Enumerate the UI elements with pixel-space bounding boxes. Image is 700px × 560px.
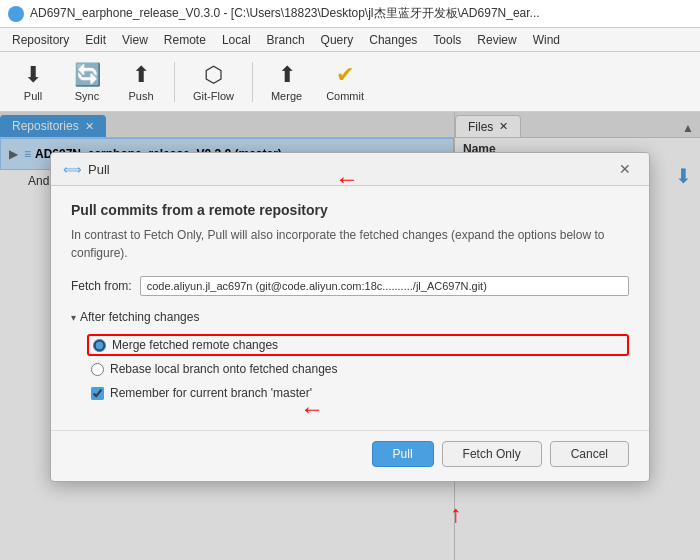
remember-label: Remember for current branch 'master'	[110, 386, 312, 400]
menu-query[interactable]: Query	[313, 31, 362, 49]
menu-changes[interactable]: Changes	[361, 31, 425, 49]
dialog-title: ⟺ Pull	[63, 162, 110, 177]
commit-icon: ✔	[336, 62, 354, 88]
menu-remote[interactable]: Remote	[156, 31, 214, 49]
after-fetching-section-header[interactable]: ▾ After fetching changes	[71, 310, 629, 324]
dialog-pull-icon: ⟺	[63, 162, 82, 177]
title-text: AD697N_earphone_release_V0.3.0 - [C:\Use…	[30, 5, 540, 22]
pull-button-dialog[interactable]: Pull	[372, 441, 434, 467]
menu-branch[interactable]: Branch	[259, 31, 313, 49]
radio-merge-input[interactable]	[93, 339, 106, 352]
gitflow-button[interactable]: ⬡ Git-Flow	[183, 58, 244, 106]
cancel-button[interactable]: Cancel	[550, 441, 629, 467]
fetch-from-input[interactable]	[140, 276, 629, 296]
fetch-from-label: Fetch from:	[71, 279, 132, 293]
dialog-description: In contrast to Fetch Only, Pull will als…	[71, 226, 629, 262]
menu-tools[interactable]: Tools	[425, 31, 469, 49]
toolbar-sep-1	[174, 62, 175, 102]
menu-local[interactable]: Local	[214, 31, 259, 49]
toolbar-sep-2	[252, 62, 253, 102]
radio-merge[interactable]: Merge fetched remote changes	[87, 334, 629, 356]
gitflow-icon: ⬡	[204, 62, 223, 88]
menu-repository[interactable]: Repository	[4, 31, 77, 49]
menu-wind[interactable]: Wind	[525, 31, 568, 49]
sync-button[interactable]: 🔄 Sync	[62, 58, 112, 106]
toolbar: ⬇ Pull 🔄 Sync ⬆ Push ⬡ Git-Flow ⬆ Merge …	[0, 52, 700, 112]
fetch-from-row: Fetch from:	[71, 276, 629, 296]
push-button[interactable]: ⬆ Push	[116, 58, 166, 106]
fetch-only-button[interactable]: Fetch Only	[442, 441, 542, 467]
sync-icon: 🔄	[74, 62, 101, 88]
dialog-title-label: Pull	[88, 162, 110, 177]
merge-button[interactable]: ⬆ Merge	[261, 58, 312, 106]
modal-overlay: ⟺ Pull ✕ Pull commits from a remote repo…	[0, 112, 700, 560]
menu-bar: Repository Edit View Remote Local Branch…	[0, 28, 700, 52]
section-label: After fetching changes	[80, 310, 199, 324]
dialog-heading: Pull commits from a remote repository	[71, 202, 629, 218]
radio-merge-label: Merge fetched remote changes	[112, 338, 278, 352]
app-icon	[8, 6, 24, 22]
remember-checkbox[interactable]	[91, 387, 104, 400]
merge-icon: ⬆	[278, 62, 296, 88]
dialog-body: Pull commits from a remote repository In…	[51, 186, 649, 430]
dialog-title-bar: ⟺ Pull ✕	[51, 153, 649, 186]
radio-group: Merge fetched remote changes Rebase loca…	[91, 334, 629, 376]
push-icon: ⬆	[132, 62, 150, 88]
menu-view[interactable]: View	[114, 31, 156, 49]
menu-review[interactable]: Review	[469, 31, 524, 49]
pull-icon: ⬇	[24, 62, 42, 88]
radio-rebase-label: Rebase local branch onto fetched changes	[110, 362, 338, 376]
dialog-close-button[interactable]: ✕	[613, 159, 637, 179]
dialog-footer: Pull Fetch Only Cancel	[51, 430, 649, 481]
radio-rebase-input[interactable]	[91, 363, 104, 376]
pull-dialog: ⟺ Pull ✕ Pull commits from a remote repo…	[50, 152, 650, 482]
chevron-down-icon: ▾	[71, 312, 76, 323]
remember-checkbox-row[interactable]: Remember for current branch 'master'	[91, 386, 629, 400]
menu-edit[interactable]: Edit	[77, 31, 114, 49]
title-bar: AD697N_earphone_release_V0.3.0 - [C:\Use…	[0, 0, 700, 28]
pull-button[interactable]: ⬇ Pull	[8, 58, 58, 106]
radio-rebase[interactable]: Rebase local branch onto fetched changes	[91, 362, 629, 376]
commit-button[interactable]: ✔ Commit	[316, 58, 374, 106]
